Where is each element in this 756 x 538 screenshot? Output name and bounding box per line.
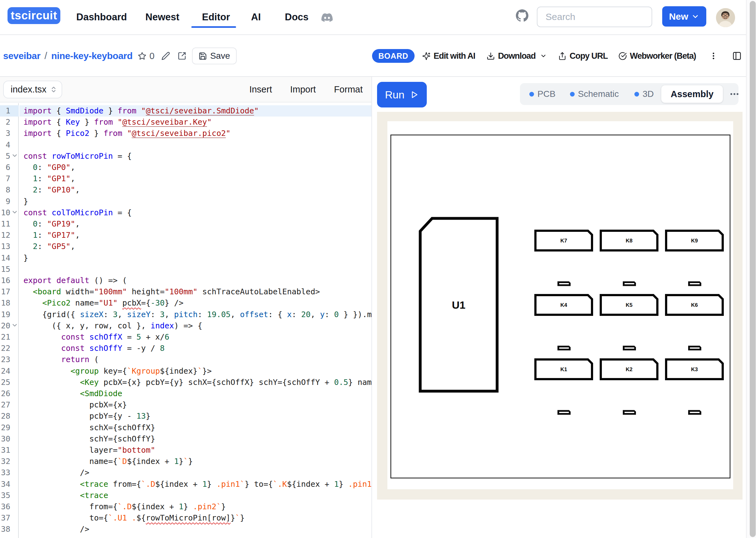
component-u1-label: U1	[452, 299, 465, 311]
search-input[interactable]	[546, 7, 646, 27]
board-badge[interactable]: BOARD	[372, 49, 415, 63]
code-line: return (	[19, 354, 372, 365]
download-icon	[487, 52, 495, 60]
line-number: 38	[0, 524, 10, 535]
nav-item-docs[interactable]: Docs	[285, 0, 309, 34]
nav-item-ai[interactable]: AI	[251, 0, 261, 34]
code-line: schY={schOffY}	[19, 433, 372, 445]
tab-pcb[interactable]: PCB	[529, 89, 555, 99]
open-in-new-button[interactable]	[178, 52, 186, 60]
top-navbar: tscircuit Dashboard Newest Editor AI Doc…	[0, 0, 756, 35]
breadcrumb-owner-link[interactable]: seveibar	[3, 51, 40, 61]
component-key-label: K3	[691, 366, 698, 372]
discord-icon[interactable]	[321, 12, 333, 23]
active-tab-underline	[191, 26, 236, 28]
fold-chevron-icon[interactable]	[11, 152, 18, 159]
line-number: 35	[0, 490, 10, 501]
line-number: 21	[0, 332, 10, 343]
component-key-label: K8	[626, 238, 632, 244]
line-number: 36	[0, 501, 10, 512]
code-line	[19, 264, 372, 275]
code-line: const colToMicroPin = {	[19, 207, 372, 218]
ellipsis-icon	[729, 89, 740, 99]
star-count: 0	[149, 51, 154, 61]
pcb-dot-icon	[529, 92, 534, 96]
code-line: const rowToMicroPin = {	[19, 151, 372, 162]
copy-url-button[interactable]: Copy URL	[558, 51, 608, 61]
chevron-down-icon	[691, 13, 699, 21]
breadcrumb-repo-link[interactable]: nine-key-keyboard	[51, 51, 133, 61]
rename-button[interactable]	[161, 52, 170, 60]
code-line: export default () => (	[19, 275, 372, 286]
chevron-down-icon	[540, 52, 547, 59]
code-line: import { SmdDiode } from "@tsci/seveibar…	[19, 105, 372, 117]
3d-dot-icon	[634, 92, 639, 96]
download-button[interactable]: Download	[487, 51, 547, 61]
save-button[interactable]: Save	[192, 47, 237, 64]
github-icon[interactable]	[516, 9, 528, 22]
code-line: ({ x, y, row, col }, index) => {	[19, 320, 372, 332]
line-number: 30	[0, 433, 10, 445]
share-icon	[558, 52, 566, 60]
line-number: 28	[0, 410, 10, 422]
code-line: name={`D${index + 1}`}	[19, 456, 372, 467]
assembly-canvas[interactable]: U1K7K8K9K4K5K6K1K2K3	[387, 121, 733, 489]
diode-body-line	[690, 283, 700, 284]
line-number: 15	[0, 264, 10, 275]
menu-format[interactable]: Format	[334, 84, 363, 95]
code-line: }	[19, 196, 372, 207]
code-line: <board width="100mm" height="100mm" schT…	[19, 286, 372, 297]
nav-item-editor[interactable]: Editor	[202, 0, 230, 34]
component-key-label: K1	[560, 366, 567, 372]
file-tab-select[interactable]: index.tsx	[3, 81, 62, 98]
play-icon	[410, 90, 419, 99]
tab-assembly[interactable]: Assembly	[661, 85, 723, 103]
code-line: pcbX={x}	[19, 399, 372, 410]
page-scrollbar-track	[746, 0, 756, 538]
code-line: />	[19, 467, 372, 478]
diode-body-line	[625, 348, 634, 349]
code-line: <Key pcbX={x} pcbY={y} schX={schOffX} sc…	[19, 377, 372, 388]
nav-item-dashboard[interactable]: Dashboard	[76, 0, 127, 34]
run-button[interactable]: Run	[377, 82, 427, 107]
nav-item-newest[interactable]: Newest	[145, 0, 179, 34]
page-scrollbar-thumb[interactable]	[750, 1, 756, 537]
toggle-panel-button[interactable]	[732, 51, 742, 61]
code-line: pcbY={y - 13}	[19, 410, 372, 422]
editor-menu: Insert Import Format	[249, 77, 363, 102]
star-button[interactable]	[138, 52, 146, 61]
line-number: 33	[0, 467, 10, 478]
diode-body-line	[559, 348, 569, 349]
line-number: 25	[0, 377, 10, 388]
diode-body-line	[690, 412, 700, 413]
tscircuit-logo[interactable]: tscircuit	[8, 7, 60, 24]
line-number: 11	[0, 218, 10, 230]
line-number: 18	[0, 297, 10, 309]
code-line: const schOffX = 5 + x/6	[19, 332, 372, 343]
code-editor[interactable]: 1234567891011121314151617181920212223242…	[0, 103, 372, 538]
component-key-label: K9	[691, 238, 698, 244]
editor-gutter: 1234567891011121314151617181920212223242…	[0, 103, 19, 538]
code-line: 0: "GP0",	[19, 162, 372, 173]
fold-chevron-icon[interactable]	[11, 209, 18, 216]
line-number: 7	[0, 173, 10, 184]
more-options-button[interactable]	[709, 52, 718, 60]
edit-with-ai-button[interactable]: Edit with AI	[422, 51, 475, 61]
search-box	[537, 7, 652, 27]
tab-schematic[interactable]: Schematic	[570, 89, 619, 99]
tab-3d[interactable]: 3D	[634, 89, 654, 99]
avatar[interactable]	[716, 8, 735, 27]
open-icon	[178, 52, 186, 60]
menu-import[interactable]: Import	[290, 84, 316, 95]
code-line	[19, 139, 372, 151]
webworker-button[interactable]: Webworker (Beta)	[618, 51, 696, 61]
line-number: 16	[0, 275, 10, 286]
view-tabs-more-button[interactable]	[729, 89, 740, 99]
menu-insert[interactable]: Insert	[249, 84, 272, 95]
component-key-label: K5	[626, 302, 632, 308]
line-number: 24	[0, 365, 10, 377]
fold-chevron-icon[interactable]	[11, 322, 18, 329]
line-number: 37	[0, 512, 10, 524]
line-number: 22	[0, 343, 10, 354]
new-button[interactable]: New	[662, 6, 706, 27]
